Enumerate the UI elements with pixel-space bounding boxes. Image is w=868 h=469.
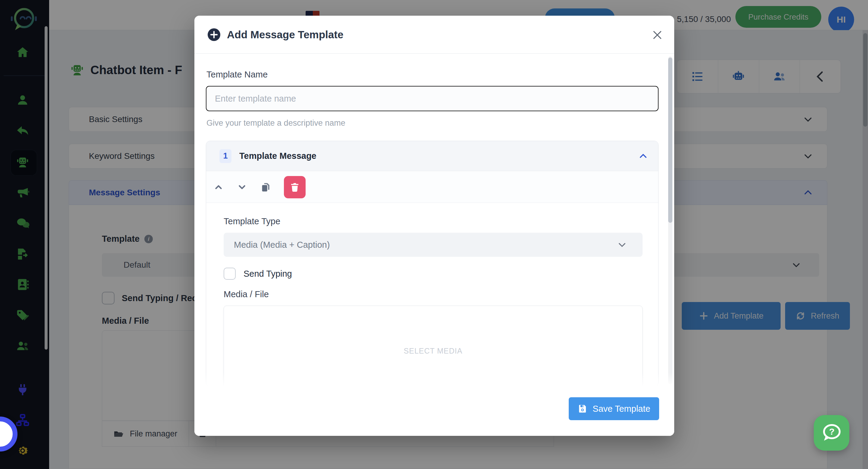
chevron-down-icon: [617, 240, 627, 250]
modal-scrollbar[interactable]: [668, 56, 673, 384]
template-message-card-header[interactable]: 1 Template Message: [206, 141, 658, 171]
chevron-up-icon[interactable]: [638, 151, 648, 161]
modal-footer: Save Template: [194, 386, 674, 436]
template-name-helper: Give your template a descriptive name: [207, 119, 345, 128]
close-icon[interactable]: [651, 29, 663, 41]
delete-message-button[interactable]: [284, 176, 306, 198]
template-name-label: Template Name: [207, 70, 268, 80]
modal-header: Add Message Template: [194, 16, 674, 54]
media-file-label: Media / File: [224, 289, 269, 299]
duplicate-button[interactable]: [260, 182, 271, 192]
chevron-up-icon: [213, 182, 224, 192]
move-down-button[interactable]: [237, 182, 247, 192]
template-type-label: Template Type: [224, 216, 280, 226]
message-toolbar: [206, 171, 658, 203]
chevron-down-icon: [237, 182, 247, 192]
trash-icon: [289, 182, 300, 193]
copy-icon: [260, 182, 271, 192]
move-up-button[interactable]: [213, 182, 224, 192]
help-chat-button[interactable]: ?: [814, 415, 849, 450]
send-typing-label: Send Typing: [244, 269, 292, 279]
plus-circle-icon: [207, 28, 221, 41]
send-typing-row: Send Typing: [224, 268, 292, 280]
question-bubble-icon: ?: [821, 423, 842, 442]
modal-title: Add Message Template: [227, 29, 343, 41]
save-icon: [578, 404, 587, 413]
template-message-card: 1 Template Message Template Type: [206, 141, 658, 386]
template-type-select[interactable]: Media (Media + Caption): [224, 233, 643, 257]
select-media-placeholder: SELECT MEDIA: [404, 347, 463, 355]
send-typing-checkbox[interactable]: [224, 268, 236, 280]
svg-text:?: ?: [829, 427, 835, 436]
add-message-template-modal: Add Message Template Template Name Give …: [194, 16, 674, 436]
modal-body: Template Name Give your template a descr…: [194, 54, 674, 386]
template-message-title: Template Message: [239, 151, 316, 161]
save-template-button[interactable]: Save Template: [569, 397, 659, 420]
message-index-badge: 1: [219, 149, 231, 163]
template-name-input[interactable]: [206, 86, 658, 111]
